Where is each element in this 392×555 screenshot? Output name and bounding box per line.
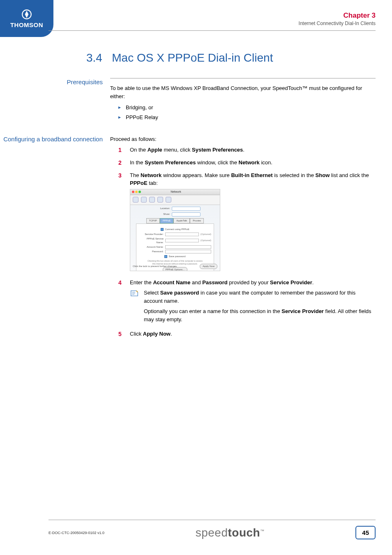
prereq-bullet: Bridging, or <box>118 104 376 112</box>
ss-tab-tcpip[interactable]: TCP/IP <box>146 218 160 223</box>
thomson-icon <box>21 9 32 20</box>
note-1: Select Save password in case you want th… <box>130 289 376 323</box>
section-number: 3.4 <box>86 51 102 64</box>
step-5: 5 Click Apply Now. <box>118 330 376 339</box>
ss-pwd-input[interactable] <box>165 250 211 253</box>
step-3: 3 The Network window appears. Make sure … <box>118 171 376 274</box>
ss-showall-icon[interactable] <box>133 197 138 203</box>
ss-tab-proxies[interactable]: Proxies <box>190 218 204 223</box>
doc-code: E-DOC-CTC-20050429-0102 v1.0 <box>48 531 104 535</box>
zoom-icon[interactable] <box>138 191 141 193</box>
section-title: 3.4 Mac OS X PPPoE Dial-in Client <box>86 51 367 64</box>
ss-footer: Click the lock to prevent further change… <box>133 264 217 269</box>
network-screenshot: Network <box>130 189 220 271</box>
ss-network-icon[interactable] <box>157 197 163 203</box>
page-footer: E-DOC-CTC-20050429-0102 v1.0 speedtouch™… <box>48 520 376 539</box>
step-number: 4 <box>118 279 130 326</box>
checkbox-icon <box>161 228 164 231</box>
brand-name: THOMSON <box>10 21 43 28</box>
ss-show-label: Show: <box>150 212 170 216</box>
ss-tab-pppoe[interactable]: PPPoE <box>160 218 173 223</box>
note-icon <box>130 289 140 323</box>
ss-titlebar: Network <box>130 189 220 195</box>
page: THOMSON Chapter 3 Internet Connectivity … <box>0 0 392 555</box>
ss-tabs: TCP/IP PPPoE AppleTalk Proxies <box>130 218 220 223</box>
prereq-bullet: PPPoE Relay <box>118 113 376 122</box>
ss-sp-input[interactable] <box>165 233 199 236</box>
close-icon[interactable] <box>132 191 134 193</box>
brand-logo: THOMSON <box>0 0 53 37</box>
chapter-title: Chapter 3 <box>299 12 376 20</box>
ss-savepwd-checkbox[interactable]: Save password <box>139 255 211 258</box>
step-1: 1 On the Apple menu, click System Prefer… <box>118 146 376 154</box>
brand-bold: touch <box>228 526 260 539</box>
step-number: 3 <box>118 171 130 274</box>
ss-location-select[interactable] <box>172 207 201 211</box>
prereq-intro: To be able to use the MS Windows XP Broa… <box>110 78 376 100</box>
ss-psn-input[interactable] <box>165 239 199 242</box>
page-header: THOMSON Chapter 3 Internet Connectivity … <box>0 0 392 37</box>
config-sidehead: Configuring a broadband connection <box>0 135 110 343</box>
ss-sound-icon[interactable] <box>149 197 155 203</box>
step-body: Enter the Account Name and Password prov… <box>130 279 376 326</box>
step-body: The Network window appears. Make sure Bu… <box>130 171 376 274</box>
step-number: 5 <box>118 330 130 339</box>
minimize-icon[interactable] <box>135 191 138 193</box>
ss-traffic-lights <box>132 191 141 193</box>
ss-window-title: Network <box>171 190 181 194</box>
ss-displays-icon[interactable] <box>141 197 147 203</box>
content: Prerequisites To be able to use the MS W… <box>0 78 376 355</box>
ss-location-label: Location: <box>150 207 170 210</box>
step-number: 1 <box>118 146 130 154</box>
prerequisites-block: Prerequisites To be able to use the MS W… <box>0 78 376 123</box>
brand-light: speed <box>196 526 228 539</box>
prereq-list: Bridging, or PPPoE Relay <box>110 104 376 121</box>
section-name: Mac OS X PPPoE Dial-in Client <box>112 51 273 64</box>
config-intro: Proceed as follows: <box>110 135 376 143</box>
step-4: 4 Enter the Account Name and Password pr… <box>118 279 376 326</box>
step-body: Click Apply Now. <box>130 330 376 339</box>
header-rule <box>48 30 376 31</box>
chapter-block: Chapter 3 Internet Connectivity Dial-In … <box>299 12 376 26</box>
step-body: In the System Preferences window, click … <box>130 159 376 167</box>
ss-connect-checkbox[interactable]: Connect using PPPoE <box>139 228 211 231</box>
config-steps: 1 On the Apple menu, click System Prefer… <box>110 146 376 339</box>
brand-tm: ™ <box>260 528 265 533</box>
step-2: 2 In the System Preferences window, clic… <box>118 159 376 167</box>
step-body: On the Apple menu, click System Preferen… <box>130 146 376 154</box>
ss-location-row: Location: <box>130 207 220 211</box>
footer-brand: speedtouch™ <box>196 526 265 539</box>
step-number: 2 <box>118 159 130 167</box>
ss-acct-input[interactable] <box>165 245 211 249</box>
ss-tab-appletalk[interactable]: AppleTalk <box>173 218 190 223</box>
checkbox-icon <box>164 255 167 258</box>
ss-apply-button[interactable]: Apply Now <box>200 264 217 269</box>
prereq-sidehead: Prerequisites <box>0 78 110 123</box>
ss-toolbar <box>130 195 220 205</box>
page-number: 45 <box>355 526 376 539</box>
ss-startup-icon[interactable] <box>166 197 171 203</box>
chapter-subtitle: Internet Connectivity Dial-In Clients <box>299 21 376 26</box>
ss-show-row: Show: <box>130 212 220 216</box>
ss-show-select[interactable] <box>172 212 201 216</box>
ss-lock-text[interactable]: Click the lock to prevent further change… <box>133 265 178 268</box>
config-block: Configuring a broadband connection Proce… <box>0 135 376 343</box>
